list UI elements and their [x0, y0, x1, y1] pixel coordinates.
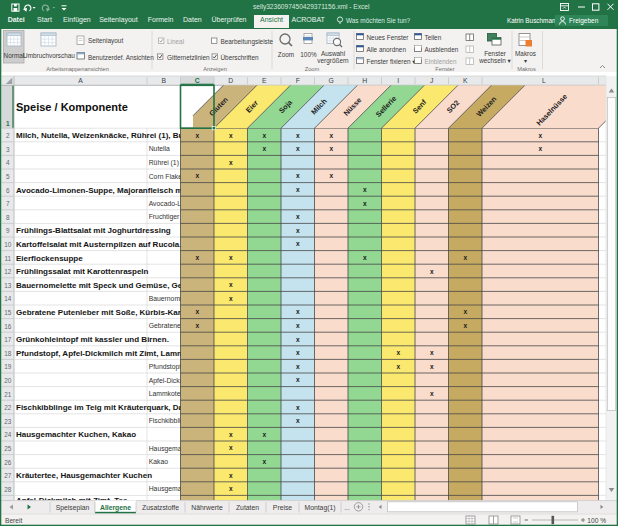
svg-text:x: x	[195, 322, 199, 329]
svg-text:Rührei (1): Rührei (1)	[149, 159, 179, 167]
svg-text:12: 12	[4, 268, 12, 275]
svg-text:3: 3	[6, 146, 10, 153]
svg-text:D: D	[228, 77, 233, 84]
svg-text:14: 14	[4, 295, 12, 302]
svg-text:Montag(1): Montag(1)	[305, 504, 336, 512]
svg-text:x: x	[229, 254, 233, 261]
svg-text:x: x	[296, 349, 300, 356]
svg-text:Bereit: Bereit	[5, 517, 22, 524]
svg-text:Preise: Preise	[273, 504, 292, 511]
svg-text:Allergene: Allergene	[100, 504, 131, 512]
svg-text:x: x	[329, 145, 333, 152]
svg-text:x: x	[296, 227, 300, 234]
svg-text:5: 5	[6, 173, 10, 180]
svg-text:Kartoffelsalat mit Austernpilz: Kartoffelsalat mit Austernpilzen auf Ruc…	[16, 240, 182, 249]
svg-text:x: x	[262, 132, 266, 139]
svg-text:x: x	[463, 308, 467, 315]
svg-text:I: I	[397, 77, 399, 84]
svg-text:4: 4	[6, 159, 10, 166]
svg-text:23: 23	[4, 418, 12, 425]
svg-text:x: x	[430, 363, 434, 370]
svg-text:x: x	[296, 186, 300, 193]
svg-text:28: 28	[4, 486, 12, 493]
svg-text:26: 26	[4, 459, 12, 466]
svg-text:9: 9	[6, 227, 10, 234]
svg-text:22: 22	[4, 404, 12, 411]
svg-text:x: x	[195, 254, 199, 261]
svg-text:K: K	[463, 77, 468, 84]
svg-text:16: 16	[4, 323, 12, 330]
svg-text:8: 8	[6, 214, 10, 221]
svg-text:x: x	[396, 349, 400, 356]
svg-text:B: B	[161, 77, 166, 84]
svg-text:Corn Flakes: Corn Flakes	[149, 173, 186, 180]
svg-text:x: x	[296, 172, 300, 179]
svg-text:x: x	[463, 254, 467, 261]
svg-text:15: 15	[4, 309, 12, 316]
svg-text:J: J	[430, 77, 433, 84]
svg-text:x: x	[229, 281, 233, 288]
svg-text:x: x	[430, 268, 434, 275]
svg-text:x: x	[296, 308, 300, 315]
svg-text:x: x	[296, 417, 300, 424]
svg-text:11: 11	[4, 255, 11, 262]
svg-text:Kakao: Kakao	[149, 458, 168, 465]
svg-text:x: x	[229, 431, 233, 438]
svg-text:x: x	[296, 376, 300, 383]
svg-text:...: ...	[344, 504, 350, 511]
svg-text:x: x	[262, 458, 266, 465]
svg-text:L: L	[542, 77, 546, 84]
svg-text:x: x	[296, 336, 300, 343]
svg-text:21: 21	[4, 391, 12, 398]
svg-text:18: 18	[4, 350, 12, 357]
svg-text:x: x	[538, 145, 542, 152]
svg-text:x: x	[229, 472, 233, 479]
svg-text:G: G	[329, 77, 334, 84]
svg-text:17: 17	[4, 336, 12, 343]
svg-text:1: 1	[6, 120, 10, 127]
svg-text:Nährwerte: Nährwerte	[191, 504, 223, 511]
svg-text:x: x	[195, 132, 199, 139]
svg-text:x: x	[296, 322, 300, 329]
svg-text:7: 7	[6, 200, 10, 207]
svg-text:C: C	[195, 77, 200, 84]
svg-text:x: x	[430, 390, 434, 397]
svg-text:E: E	[262, 77, 267, 84]
svg-text:x: x	[195, 172, 199, 179]
svg-text:Speiseplan: Speiseplan	[56, 504, 90, 512]
svg-text:x: x	[329, 132, 333, 139]
svg-text:x: x	[363, 186, 367, 193]
svg-text:x: x	[195, 308, 199, 315]
svg-text:Nutella: Nutella	[149, 145, 170, 152]
svg-text:x: x	[396, 363, 400, 370]
svg-text:x: x	[363, 254, 367, 261]
svg-text:Grünkohleintopf mit kassler un: Grünkohleintopf mit kassler und Birnen.	[16, 335, 169, 344]
svg-text:Eierflockensuppe: Eierflockensuppe	[16, 254, 83, 263]
svg-text:Zusatzstoffe: Zusatzstoffe	[142, 504, 179, 511]
svg-text:Pfundstopf: Pfundstopf	[149, 363, 182, 371]
svg-text:6: 6	[6, 187, 10, 194]
svg-text:10: 10	[4, 241, 12, 248]
svg-text:x: x	[296, 363, 300, 370]
svg-text:x: x	[296, 404, 300, 411]
svg-text:F: F	[296, 77, 300, 84]
svg-text:Frühlings-Blattsalat mit Joghu: Frühlings-Blattsalat mit Joghurtdressing	[16, 226, 171, 235]
svg-text:13: 13	[4, 282, 12, 289]
svg-text:Frühlingssalat mit Karottenras: Frühlingssalat mit Karottenraspeln	[16, 267, 149, 276]
svg-text:x: x	[296, 240, 300, 247]
svg-text:x: x	[262, 431, 266, 438]
svg-text:20: 20	[4, 377, 12, 384]
svg-text:x: x	[538, 132, 542, 139]
svg-text:x: x	[329, 172, 333, 179]
svg-text:x: x	[296, 132, 300, 139]
svg-text:x: x	[229, 485, 233, 492]
svg-text:2: 2	[6, 132, 10, 139]
svg-text:24: 24	[4, 431, 12, 438]
svg-text:x: x	[229, 132, 233, 139]
svg-text:x: x	[296, 145, 300, 152]
svg-text:Zutaten: Zutaten	[236, 504, 259, 511]
svg-text:Kräutertee, Hausgemachter Kuch: Kräutertee, Hausgemachter Kuchen	[16, 471, 152, 480]
svg-text:x: x	[229, 295, 233, 302]
svg-text:19: 19	[4, 363, 12, 370]
svg-text:25: 25	[4, 445, 12, 452]
